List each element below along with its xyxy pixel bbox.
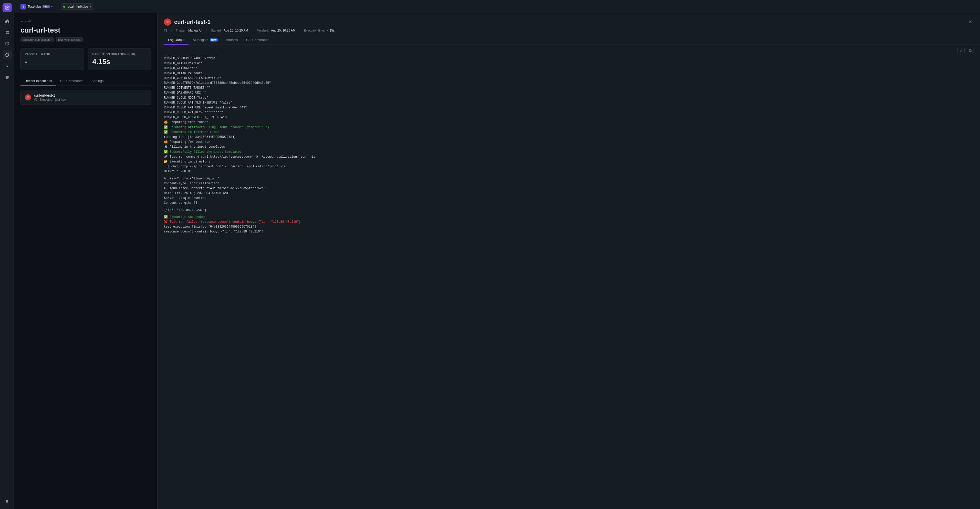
breadcrumb-back[interactable]: ← <box>21 19 24 23</box>
sidebar <box>0 0 14 509</box>
stat-pass-fail-value: - <box>25 57 80 66</box>
stat-duration-value: 4.15s <box>92 57 147 66</box>
detail-status-icon: ✕ <box>164 18 171 26</box>
app-logo[interactable] <box>3 3 12 12</box>
detail-title-row: ✕ curl-url-test-1 ✕ <box>164 18 974 26</box>
log-gap <box>164 206 974 208</box>
copy-log-button[interactable]: ⧉ <box>967 47 974 54</box>
log-line: 🔬 Filling in the input templates <box>164 145 974 149</box>
detail-execution-time: Execution time: 4.15s <box>304 29 334 32</box>
sidebar-item-home[interactable] <box>3 16 12 26</box>
log-line: RUNNER_CLOUD_CONNECTION_TIMEOUT=10 <box>164 115 974 120</box>
execution-info: curl-url-test-1 #1 Executed: just now <box>34 93 147 102</box>
stat-pass-fail-label: PASS/FAIL RATIO <box>25 53 80 56</box>
log-line: {"ip": "120.88.40.232"} <box>164 208 974 213</box>
execution-number: #1 <box>34 98 37 102</box>
svg-rect-6 <box>6 78 8 79</box>
execution-time-label: Execution time: <box>304 29 325 32</box>
execution-item[interactable]: ✕ curl-url-test-1 #1 Executed: just now <box>21 90 151 105</box>
detail-tab-artifacts[interactable]: Artifacts <box>222 35 242 45</box>
detail-tabs: Log Output AI Insights NEW Artifacts CLI… <box>164 35 974 45</box>
trigger-label: Trigger: <box>176 29 186 32</box>
env-status-dot <box>63 6 65 8</box>
detail-title: curl-url-test-1 <box>174 19 964 26</box>
finished-label: Finished: <box>256 29 269 32</box>
detail-tab-log-output[interactable]: Log Output <box>164 35 189 45</box>
trigger-value: Manual UI <box>188 29 202 32</box>
detail-finished: Finished: Aug 25, 10:25 AM <box>256 29 295 32</box>
main-content: T Testkube PRO ▾ local-minikube ▾ ← curl… <box>14 0 980 509</box>
env-chevron-icon: ▾ <box>90 5 91 8</box>
log-line: Access-Control-Allow-Origin: * <box>164 176 974 181</box>
stat-duration: EXECUTION DURATION (P50) 4.15s <box>88 48 152 70</box>
detail-meta-row: #1 Trigger: Manual UI Started: Aug 25, 1… <box>164 29 974 32</box>
sidebar-item-security[interactable] <box>3 50 12 59</box>
log-line: test execution finished [64e834263544599… <box>164 225 974 230</box>
log-line: Content-Type: application/json <box>164 181 974 186</box>
log-line: RUNNER_CDEVENTS_TARGET="" <box>164 86 974 91</box>
started-label: Started: <box>211 29 221 32</box>
svg-rect-3 <box>8 32 9 34</box>
log-line: HTTP/1.1 200 OK <box>164 169 974 174</box>
log-gap <box>164 213 974 215</box>
sidebar-item-tests[interactable] <box>3 28 12 37</box>
page-title: curl-url-test <box>21 26 151 34</box>
finished-value: Aug 25, 10:25 AM <box>271 29 295 32</box>
log-line: $ curl http://ip.jsontest.com/ -H 'Accep… <box>164 164 974 169</box>
detail-tab-ai-insights[interactable]: AI Insights NEW <box>189 35 222 45</box>
team-chevron-icon: ▾ <box>51 5 52 8</box>
tag-row: executor: curl-executor test-type: curl-… <box>21 37 151 42</box>
svg-rect-4 <box>6 76 9 77</box>
detail-panel: ✕ curl-url-test-1 ✕ #1 Trigger: Manual U… <box>158 13 980 509</box>
stat-duration-label: EXECUTION DURATION (P50) <box>92 53 147 56</box>
log-output[interactable]: RUNNER_SCRAPPERENABLED="true"RUNNER_GITU… <box>158 56 980 509</box>
log-line: RUNNER_GITUSERNAME="" <box>164 61 974 66</box>
log-line: RUNNER_COMPRESSARTIFACTS="true" <box>164 76 974 81</box>
log-toolbar: ⤢ ⧉ <box>158 45 980 56</box>
team-name: Testkube <box>28 5 41 8</box>
tab-cli-commands[interactable]: CLI Commands <box>56 77 88 86</box>
execution-executed-label: Executed: <box>40 98 53 102</box>
detail-header: ✕ curl-url-test-1 ✕ #1 Trigger: Manual U… <box>158 13 980 45</box>
sidebar-item-artifacts[interactable] <box>3 39 12 48</box>
log-line: RUNNER_CLOUD_API_URL="agent.testkube.dev… <box>164 105 974 110</box>
team-selector[interactable]: T Testkube PRO ▾ <box>18 3 54 11</box>
log-line: RUNNER_GITTOKEN="" <box>164 66 974 71</box>
left-panel: ← curl// curl-url-test executor: curl-ex… <box>14 13 158 509</box>
log-line: RUNNER_DASHBOARD_URI="" <box>164 91 974 95</box>
expand-log-button[interactable]: ⤢ <box>958 47 965 54</box>
log-line: 🚀 Test run command curl http://ip.jsonte… <box>164 155 974 160</box>
tab-recent-executions[interactable]: Recent executions <box>21 77 56 86</box>
log-line: response doesn't contain body: {"ip": "1… <box>164 230 974 234</box>
log-line: RUNNER_DATADIR="/data" <box>164 71 974 76</box>
meta-divider-1 <box>171 29 172 32</box>
breadcrumb: ← curl// <box>21 19 151 23</box>
log-line: RUNNER_CLOUD_API_TLS_INSECURE="false" <box>164 101 974 105</box>
tag-test-type: test-type: curl-test <box>56 37 83 42</box>
sidebar-item-settings[interactable] <box>3 497 12 506</box>
execution-name: curl-url-test-1 <box>34 93 147 97</box>
log-line: Content-Length: 24 <box>164 201 974 206</box>
log-line: ✅ Execution succeeded <box>164 215 974 220</box>
log-line: ✅ Connected to Testkube Cloud <box>164 130 974 135</box>
close-button[interactable]: ✕ <box>967 18 974 26</box>
detail-tab-cli-commands[interactable]: CLI Commands <box>242 35 273 45</box>
sidebar-item-triggers[interactable] <box>3 62 12 71</box>
log-line: Server: Google Frontend <box>164 196 974 201</box>
tab-settings[interactable]: Settings <box>88 77 108 86</box>
log-line: ✅ Uploading artifacts using Cloud Upload… <box>164 125 974 130</box>
env-selector[interactable]: local-minikube ▾ <box>61 3 93 10</box>
execution-time-value: 4.15s <box>327 29 334 32</box>
log-line: ❌ Test run failed: response doesn't cont… <box>164 220 974 225</box>
log-line: ✅ Successfully filled the input template… <box>164 150 974 155</box>
log-line: running test [64e834263544599965070184] <box>164 135 974 140</box>
breadcrumb-parent: curl// <box>25 20 31 23</box>
detail-started: Started: Aug 25, 10:25 AM <box>211 29 248 32</box>
tag-executor: executor: curl-executor <box>21 37 54 42</box>
execution-status-icon: ✕ <box>25 94 31 101</box>
page-tabs: Recent executions CLI Commands Settings <box>21 77 151 86</box>
log-line: 📂 Executing in directory : <box>164 160 974 164</box>
sidebar-item-list[interactable] <box>3 73 12 82</box>
log-line: Date: Fri, 25 Aug 2023 04:55:06 GMT <box>164 191 974 196</box>
log-line: 🍊 Preparing test runner <box>164 120 974 125</box>
